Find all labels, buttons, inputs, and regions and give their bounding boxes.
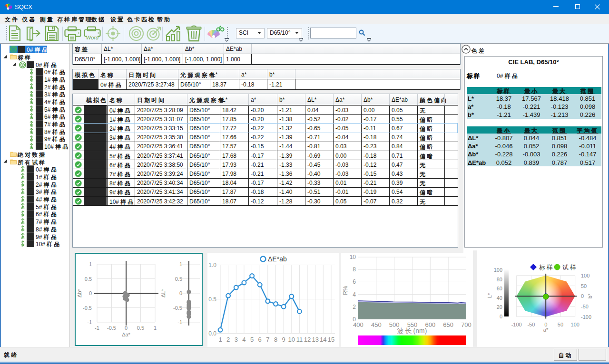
svg-text:6: 6 bbox=[258, 336, 262, 343]
svg-text:8: 8 bbox=[274, 336, 277, 343]
svg-text:0.5: 0.5 bbox=[137, 325, 144, 331]
svg-text:11: 11 bbox=[296, 336, 303, 343]
svg-text:0: 0 bbox=[89, 290, 92, 296]
svg-text:-100: -100 bbox=[581, 314, 591, 320]
svg-text:1: 1 bbox=[218, 336, 222, 343]
svg-text:-100: -100 bbox=[511, 322, 522, 327]
svg-text:1: 1 bbox=[89, 261, 92, 267]
svg-text:0.0: 0.0 bbox=[208, 330, 216, 337]
svg-text:450: 450 bbox=[371, 321, 382, 328]
svg-text:0: 0 bbox=[125, 325, 128, 331]
svg-text:-1: -1 bbox=[95, 325, 99, 331]
svg-text:试样: 试样 bbox=[562, 264, 578, 271]
svg-text:-1: -1 bbox=[177, 319, 182, 325]
svg-text:-50: -50 bbox=[527, 322, 535, 327]
svg-text:1: 1 bbox=[179, 261, 182, 267]
svg-text:0: 0 bbox=[500, 314, 502, 319]
svg-text:0: 0 bbox=[179, 290, 182, 296]
svg-text:50: 50 bbox=[581, 283, 587, 289]
svg-text:3: 3 bbox=[235, 336, 238, 343]
svg-text:6: 6 bbox=[353, 278, 356, 285]
svg-text:13: 13 bbox=[312, 336, 318, 343]
svg-text:-1: -1 bbox=[87, 319, 92, 325]
svg-text:8: 8 bbox=[353, 266, 356, 273]
svg-text:650: 650 bbox=[443, 321, 453, 328]
svg-text:R%: R% bbox=[342, 286, 349, 295]
svg-text:100: 100 bbox=[571, 322, 580, 327]
svg-text:标样: 标样 bbox=[539, 264, 554, 271]
svg-text:9: 9 bbox=[282, 336, 285, 343]
svg-text:10: 10 bbox=[288, 336, 295, 343]
svg-text:20: 20 bbox=[497, 304, 502, 310]
svg-text:0.5: 0.5 bbox=[85, 276, 92, 282]
svg-text:波长(nm): 波长(nm) bbox=[397, 327, 427, 335]
svg-text:1: 1 bbox=[154, 325, 157, 331]
svg-text:-50: -50 bbox=[581, 304, 589, 309]
svg-text:0.5: 0.5 bbox=[208, 296, 216, 303]
svg-text:-0.5: -0.5 bbox=[173, 305, 182, 311]
svg-text:L*: L* bbox=[487, 293, 492, 298]
svg-text:4: 4 bbox=[353, 291, 356, 298]
svg-text:80: 80 bbox=[497, 277, 502, 282]
svg-text:-0.5: -0.5 bbox=[83, 305, 92, 311]
svg-text:0: 0 bbox=[581, 293, 584, 299]
svg-text:15: 15 bbox=[328, 336, 334, 343]
svg-text:-0.5: -0.5 bbox=[107, 325, 116, 331]
svg-text:a*: a* bbox=[543, 327, 549, 333]
svg-text:50: 50 bbox=[558, 322, 563, 327]
svg-text:Word: Word bbox=[86, 35, 99, 40]
svg-text:100: 100 bbox=[581, 273, 589, 278]
svg-text:b*: b* bbox=[587, 293, 593, 298]
svg-text:ΔL*: ΔL* bbox=[160, 288, 166, 297]
svg-text:0.5: 0.5 bbox=[175, 276, 182, 282]
svg-text:7: 7 bbox=[266, 336, 269, 343]
svg-text:400: 400 bbox=[353, 321, 363, 328]
svg-text:12: 12 bbox=[304, 336, 311, 343]
svg-text:4: 4 bbox=[242, 336, 246, 343]
svg-text:Δb*: Δb* bbox=[77, 288, 82, 297]
svg-text:100: 100 bbox=[494, 267, 502, 273]
svg-text:2: 2 bbox=[226, 336, 230, 343]
svg-text:40: 40 bbox=[497, 295, 502, 301]
svg-text:700: 700 bbox=[461, 321, 471, 328]
svg-text:1.0: 1.0 bbox=[208, 262, 216, 268]
svg-text:ΔE*ab: ΔE*ab bbox=[268, 255, 287, 263]
svg-text:2: 2 bbox=[353, 304, 356, 310]
svg-text:Δa*: Δa* bbox=[122, 332, 130, 337]
svg-text:60: 60 bbox=[497, 286, 502, 291]
svg-text:14: 14 bbox=[320, 336, 326, 343]
svg-text:10: 10 bbox=[350, 254, 356, 260]
svg-text:5: 5 bbox=[250, 336, 254, 343]
